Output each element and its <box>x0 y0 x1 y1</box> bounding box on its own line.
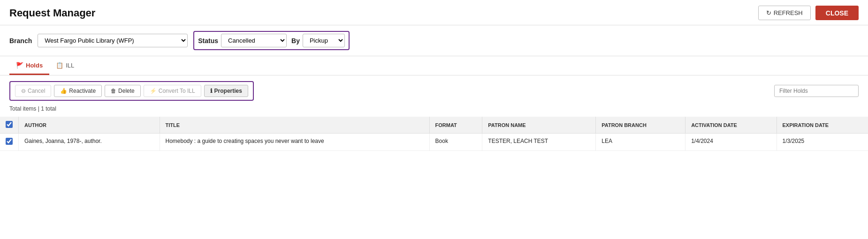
tab-ill[interactable]: 📋 ILL <box>49 57 81 75</box>
close-button[interactable]: CLOSE <box>815 6 859 20</box>
col-author: AUTHOR <box>19 117 160 134</box>
status-select[interactable]: Cancelled Active Pending Expired <box>221 34 287 47</box>
tabs: 🚩 Holds 📋 ILL <box>0 57 868 75</box>
row-expiration-date: 1/3/2025 <box>777 134 868 151</box>
row-format: Book <box>429 134 482 151</box>
select-all-checkbox[interactable] <box>6 121 13 128</box>
tab-holds[interactable]: 🚩 Holds <box>9 57 49 75</box>
refresh-icon: ↻ <box>766 9 771 16</box>
row-author: Gaines, Joanna, 1978-, author. <box>19 134 160 151</box>
table-row: Gaines, Joanna, 1978-, author. Homebody … <box>0 134 868 151</box>
reactivate-button[interactable]: 👍 Reactivate <box>54 85 102 97</box>
refresh-button[interactable]: ↻ REFRESH <box>758 6 811 20</box>
total-bar: Total items | 1 total <box>0 104 868 114</box>
holds-tab-label: Holds <box>26 62 43 69</box>
col-expiration-date: EXPIRATION DATE <box>777 117 868 134</box>
header-actions: ↻ REFRESH CLOSE <box>758 6 859 20</box>
delete-button[interactable]: 🗑 Delete <box>105 85 141 97</box>
status-label: Status <box>198 37 218 45</box>
row-patron-name: TESTER, LEACH TEST <box>482 134 596 151</box>
page-title: Request Manager <box>9 7 95 19</box>
app-header: Request Manager ↻ REFRESH CLOSE <box>0 0 868 25</box>
filter-holds-input[interactable] <box>774 85 859 97</box>
row-title: Homebody : a guide to creating spaces yo… <box>160 134 429 151</box>
col-format: FORMAT <box>429 117 482 134</box>
ill-tab-label: ILL <box>66 62 74 69</box>
holds-tab-icon: 🚩 <box>16 62 23 69</box>
col-checkbox <box>0 117 19 134</box>
toolbar-container: ⊖ Cancel 👍 Reactivate 🗑 Delete ⚡ Convert… <box>0 75 868 104</box>
properties-button[interactable]: ℹ Properties <box>204 85 248 97</box>
filter-holds-container <box>774 85 859 97</box>
by-select[interactable]: Pickup Author Title <box>303 34 345 47</box>
by-label: By <box>291 37 300 45</box>
delete-icon: 🗑 <box>111 88 116 94</box>
convert-icon: ⚡ <box>150 88 157 94</box>
row-checkbox[interactable] <box>6 138 13 145</box>
filter-bar: Branch West Fargo Public Library (WFP) S… <box>0 25 868 56</box>
col-patron-branch: PATRON BRANCH <box>596 117 685 134</box>
col-patron-name: PATRON NAME <box>482 117 596 134</box>
data-table: AUTHOR TITLE FORMAT PATRON NAME PATRON B… <box>0 117 868 151</box>
col-activation-date: ACTIVATION DATE <box>685 117 777 134</box>
row-checkbox-cell <box>0 134 19 151</box>
branch-select[interactable]: West Fargo Public Library (WFP) <box>38 34 188 47</box>
reactivate-icon: 👍 <box>60 88 67 94</box>
properties-icon: ℹ <box>210 88 213 94</box>
row-patron-branch: LEA <box>596 134 685 151</box>
ill-tab-icon: 📋 <box>56 62 63 69</box>
cancel-icon: ⊖ <box>21 88 26 94</box>
status-by-group: Status Cancelled Active Pending Expired … <box>193 31 350 50</box>
branch-label: Branch <box>9 37 32 45</box>
col-title: TITLE <box>160 117 429 134</box>
table-header-row: AUTHOR TITLE FORMAT PATRON NAME PATRON B… <box>0 117 868 134</box>
cancel-button[interactable]: ⊖ Cancel <box>15 85 51 97</box>
toolbar-left: ⊖ Cancel 👍 Reactivate 🗑 Delete ⚡ Convert… <box>9 81 254 101</box>
row-activation-date: 1/4/2024 <box>685 134 777 151</box>
convert-to-ill-button[interactable]: ⚡ Convert To ILL <box>144 85 201 97</box>
